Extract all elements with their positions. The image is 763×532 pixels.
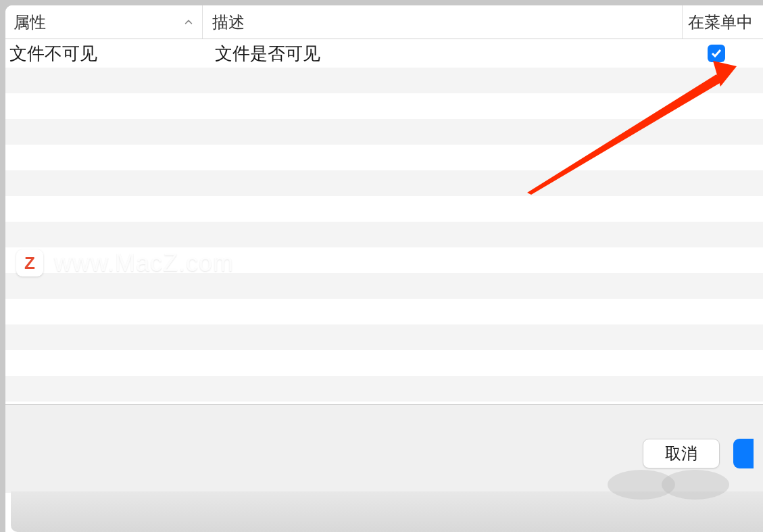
column-header-description-label: 描述	[212, 11, 245, 33]
cell-attribute: 文件不可见	[5, 39, 203, 68]
table-row	[5, 350, 763, 376]
column-header-description[interactable]: 描述	[203, 5, 682, 39]
table-body: 文件不可见 文件是否可见	[5, 39, 763, 404]
table-row	[5, 222, 763, 247]
in-menu-checkbox[interactable]	[708, 45, 725, 62]
table-row	[5, 196, 763, 222]
window-bottom-shadow	[11, 491, 763, 532]
table-row	[5, 119, 763, 145]
cancel-button-label: 取消	[665, 443, 697, 464]
table-header-row: 属性 描述 在菜单中	[5, 5, 763, 39]
confirm-button[interactable]	[733, 439, 754, 468]
table-row	[5, 170, 763, 196]
dialog-window: 属性 描述 在菜单中 文件不可见 文件是否可见	[5, 5, 763, 532]
table-row	[5, 247, 763, 273]
column-header-attribute-label: 属性	[14, 11, 46, 33]
dialog-footer: 取消	[5, 405, 763, 493]
table-row	[5, 324, 763, 350]
table-row	[5, 68, 763, 93]
cell-in-menu	[682, 42, 763, 65]
table-row	[5, 376, 763, 402]
table-row	[5, 273, 763, 299]
table-row	[5, 145, 763, 170]
table-row[interactable]: 文件不可见 文件是否可见	[5, 39, 763, 68]
cancel-button[interactable]: 取消	[643, 439, 720, 468]
table-row	[5, 299, 763, 324]
sort-ascending-icon	[183, 17, 194, 28]
column-header-in-menu-label: 在菜单中	[688, 11, 753, 33]
column-header-in-menu[interactable]: 在菜单中	[682, 5, 763, 39]
cell-description: 文件是否可见	[203, 39, 682, 68]
table-row	[5, 93, 763, 119]
column-header-attribute[interactable]: 属性	[5, 5, 203, 39]
